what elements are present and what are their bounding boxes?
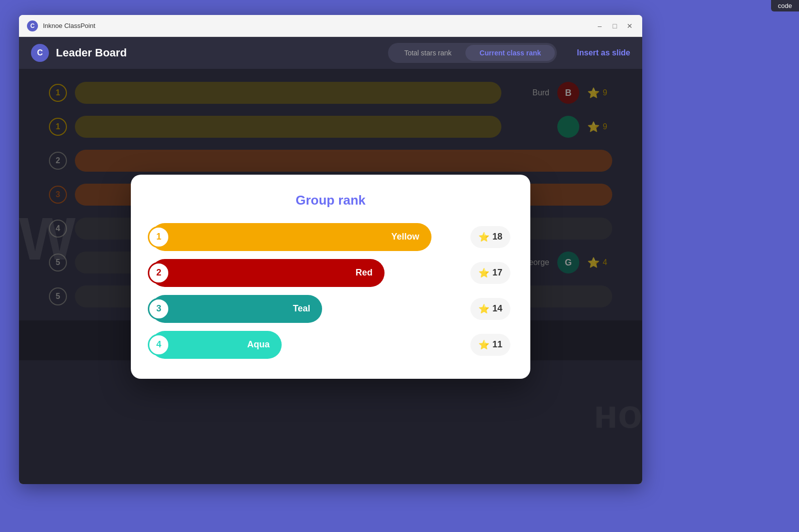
app-window: C Inknoe ClassPoint – □ ✕ C Leader Board… — [19, 15, 642, 484]
group-bar: 1 Yellow — [151, 223, 431, 251]
modal-overlay[interactable]: Group rank 1 Yellow ⭐ 18 — [19, 69, 642, 484]
group-star-value: 17 — [492, 267, 502, 278]
title-bar: C Inknoe ClassPoint – □ ✕ — [19, 15, 642, 37]
group-rank-row: 2 Red ⭐ 17 — [151, 259, 510, 287]
group-rank-modal: Group rank 1 Yellow ⭐ 18 — [131, 175, 530, 379]
group-name: Yellow — [392, 232, 419, 242]
group-rank-circle: 2 — [148, 262, 170, 284]
group-rank-row: 4 Aqua ⭐ 11 — [151, 331, 510, 359]
group-stars-badge: ⭐ 18 — [470, 226, 510, 248]
insert-as-slide-button[interactable]: Insert as slide — [577, 48, 630, 57]
group-bar: 2 Red — [151, 259, 385, 287]
main-content: W но 1 Burd B ⭐ 9 1 ⭐ — [19, 69, 642, 484]
tab-current-class[interactable]: Current class rank — [465, 45, 555, 61]
group-bar-wrap: 4 Aqua — [151, 331, 462, 359]
group-star-value: 11 — [492, 339, 502, 350]
group-bar-wrap: 3 Teal — [151, 295, 462, 323]
star-icon: ⭐ — [478, 339, 489, 350]
group-bar: 3 Teal — [151, 295, 322, 323]
group-rank-list: 1 Yellow ⭐ 18 2 — [151, 223, 510, 359]
group-rank-circle: 1 — [148, 226, 170, 248]
maximize-button[interactable]: □ — [610, 21, 619, 30]
app-logo: C — [27, 20, 38, 31]
window-title: Inknoe ClassPoint — [43, 22, 595, 29]
minimize-button[interactable]: – — [595, 21, 604, 30]
app-header: C Leader Board Total stars rank Current … — [19, 37, 642, 69]
star-icon: ⭐ — [478, 232, 489, 243]
group-star-value: 14 — [492, 303, 502, 314]
header-tabs: Total stars rank Current class rank — [388, 43, 557, 63]
group-name: Red — [356, 267, 373, 278]
star-icon: ⭐ — [478, 267, 489, 278]
group-rank-circle: 3 — [148, 298, 170, 320]
modal-title: Group rank — [151, 193, 510, 208]
group-name: Aqua — [247, 339, 270, 350]
group-stars-badge: ⭐ 14 — [470, 298, 510, 320]
group-rank-row: 1 Yellow ⭐ 18 — [151, 223, 510, 251]
header-title: Leader Board — [56, 46, 388, 59]
group-bar-wrap: 1 Yellow — [151, 223, 462, 251]
group-rank-circle: 4 — [148, 334, 170, 356]
group-bar: 4 Aqua — [151, 331, 282, 359]
group-stars-badge: ⭐ 11 — [470, 334, 510, 356]
header-logo: C — [31, 44, 49, 62]
group-stars-badge: ⭐ 17 — [470, 262, 510, 284]
group-bar-wrap: 2 Red — [151, 259, 462, 287]
group-name: Teal — [293, 303, 310, 314]
star-icon: ⭐ — [478, 303, 489, 314]
window-controls: – □ ✕ — [595, 21, 634, 30]
group-rank-row: 3 Teal ⭐ 14 — [151, 295, 510, 323]
code-badge: code — [771, 0, 799, 11]
close-button[interactable]: ✕ — [625, 21, 634, 30]
group-star-value: 18 — [492, 232, 502, 242]
tab-total-stars[interactable]: Total stars rank — [390, 45, 465, 61]
